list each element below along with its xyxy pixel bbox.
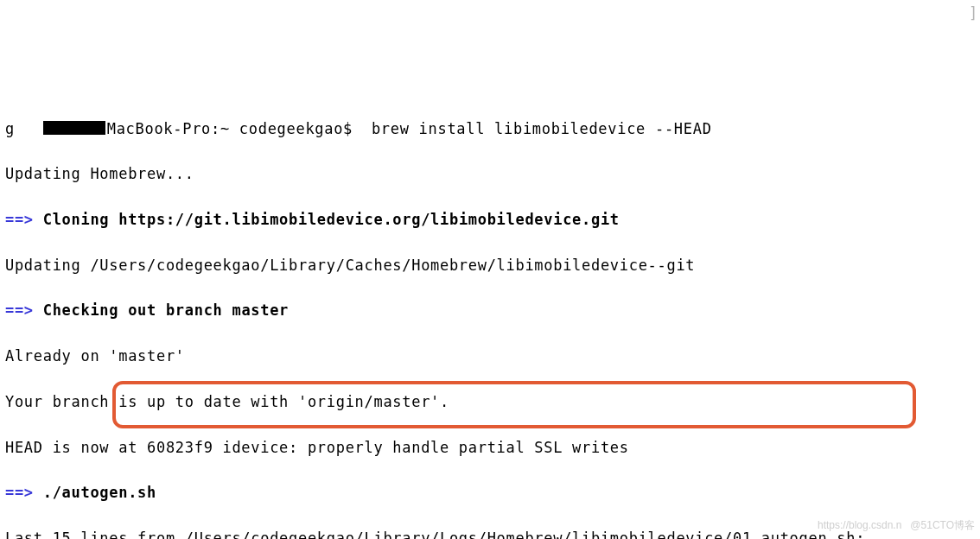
scrollbar-end-icon: ] [969,2,978,24]
autogen-message: ./autogen.sh [43,484,156,501]
terminal-output: g MacBook-Pro:~ codegeekgao$ brew instal… [5,94,975,539]
prompt-host: MacBook-Pro:~ codegeekgao$ [107,120,372,137]
output-line: ==> Checking out branch master [5,299,975,321]
output-line: Your branch is up to date with 'origin/m… [5,390,975,413]
output-line: Updating Homebrew... [5,162,975,185]
output-line: Already on 'master' [5,345,975,367]
clone-message: Cloning https://git.libimobiledevice.org… [43,211,620,228]
arrow-icon: ==> [5,484,43,501]
output-line: ==> Cloning https://git.libimobiledevice… [5,208,975,231]
output-line: HEAD is now at 60823f9 idevice: properly… [5,436,975,459]
typed-command[interactable]: brew install libimobiledevice --HEAD [372,120,712,137]
command-line: g MacBook-Pro:~ codegeekgao$ brew instal… [5,117,975,140]
output-line: Updating /Users/codegeekgao/Library/Cach… [5,254,975,276]
redacted-block [43,121,105,135]
watermark-text: https://blog.csdn.n @51CTO博客 [818,517,975,534]
arrow-icon: ==> [5,211,43,228]
prompt-obscured-prefix: g [5,120,43,137]
checkout-message: Checking out branch master [43,301,289,319]
output-line: ==> ./autogen.sh [5,481,975,504]
arrow-icon: ==> [5,301,43,319]
